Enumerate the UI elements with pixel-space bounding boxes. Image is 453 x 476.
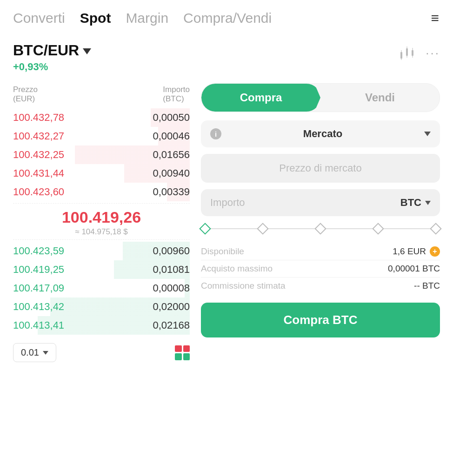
slider-segment-3: [325, 228, 374, 229]
ticker-header: BTC/EUR +0,93% ···: [13, 42, 440, 73]
order-type-info-icon: i: [210, 128, 221, 139]
svg-rect-2: [401, 58, 402, 60]
disponibile-label: Disponibile: [201, 246, 244, 257]
ticker-dropdown-arrow[interactable]: [83, 48, 91, 54]
ob-ask-row: 100.431,44 0,00940: [13, 164, 190, 183]
ob-ask-row: 100.432,27 0,00046: [13, 127, 190, 145]
commissione-row: Commissione stimata -- BTC: [201, 278, 440, 294]
acquisto-row: Acquisto massimo 0,00001 BTC: [201, 260, 440, 278]
ob-bid-amount: 0,00008: [153, 282, 190, 294]
ob-bid-price: 100.423,59: [13, 245, 64, 257]
ob-bid-amount: 0,01081: [153, 264, 190, 276]
order-type-selector[interactable]: i Mercato: [201, 120, 440, 147]
slider-handle-75[interactable]: [372, 223, 384, 234]
ticker-symbol-text: BTC/EUR: [13, 42, 79, 59]
ob-header: Prezzo(EUR) Importo(BTC): [13, 83, 190, 108]
ob-mid-price-section: 100.419,26 ≈ 104.975,18 $: [13, 203, 190, 240]
ticker-left: BTC/EUR +0,93%: [13, 42, 91, 73]
ob-bids: 100.423,59 0,00960 100.419,25 0,01081 10…: [13, 242, 190, 335]
ob-asks: 100.432,78 0,00050 100.432,27 0,00046 10…: [13, 108, 190, 201]
amount-slider[interactable]: [201, 223, 440, 235]
ob-header-price: Prezzo(EUR): [13, 85, 38, 104]
ob-header-amount: Importo(BTC): [163, 85, 190, 104]
acquisto-label: Acquisto massimo: [201, 264, 273, 274]
add-funds-icon[interactable]: +: [430, 246, 440, 257]
more-options-icon[interactable]: ···: [426, 46, 440, 60]
commissione-label: Commissione stimata: [201, 281, 286, 291]
svg-rect-5: [407, 55, 407, 58]
svg-rect-3: [406, 48, 408, 56]
ob-bid-row: 100.413,41 0,02168: [13, 316, 190, 335]
ticker-symbol[interactable]: BTC/EUR: [13, 42, 91, 59]
order-type-label: Mercato: [227, 128, 419, 140]
nav-spot[interactable]: Spot: [80, 10, 111, 26]
nav-margin[interactable]: Margin: [126, 10, 168, 26]
svg-rect-1: [401, 50, 402, 53]
ob-bid-amount: 0,00960: [153, 245, 190, 257]
amount-input-box[interactable]: Importo BTC: [201, 189, 440, 216]
buy-sell-tabs: Compra Vendi: [201, 83, 440, 112]
nav-converti[interactable]: Converti: [13, 10, 65, 26]
ob-bid-row: 100.423,59 0,00960: [13, 242, 190, 260]
ob-ask-row: 100.423,60 0,00339: [13, 183, 190, 201]
ob-bid-price: 100.419,25: [13, 264, 64, 276]
ob-ask-price: 100.432,78: [13, 112, 64, 124]
ob-ask-amount: 0,00046: [153, 130, 190, 142]
slider-segment-4: [382, 228, 432, 229]
svg-rect-6: [412, 50, 413, 56]
buy-tab[interactable]: Compra: [201, 84, 320, 112]
svg-rect-4: [407, 46, 407, 49]
price-input-box[interactable]: Prezzo di mercato: [201, 154, 440, 183]
amount-currency-selector[interactable]: BTC: [400, 197, 431, 209]
nav-menu-icon[interactable]: ≡: [431, 10, 440, 26]
ob-precision-value: 0.01: [21, 347, 39, 358]
ob-ask-amount: 0,00050: [153, 112, 190, 124]
disponibile-row: Disponibile 1,6 EUR +: [201, 243, 440, 260]
ob-precision-dropdown[interactable]: 0.01: [13, 343, 56, 362]
svg-rect-0: [400, 52, 402, 59]
price-input-placeholder: Prezzo di mercato: [279, 162, 361, 174]
ob-bid-row: 100.419,25 0,01081: [13, 260, 190, 279]
ob-bid-amount: 0,02000: [153, 301, 190, 313]
ob-ask-row: 100.432,78 0,00050: [13, 108, 190, 127]
ob-mid-price: 100.419,26: [13, 208, 190, 226]
commissione-value: -- BTC: [414, 281, 440, 291]
ob-ask-row: 100.432,25 0,01656: [13, 145, 190, 164]
trading-panel: Compra Vendi i Mercato Prezzo di mercato…: [201, 83, 440, 337]
ob-mid-usd: ≈ 104.975,18 $: [13, 227, 190, 237]
ob-ask-amount: 0,00339: [153, 186, 190, 198]
ob-bid-price: 100.413,42: [13, 301, 64, 313]
slider-handle-0[interactable]: [199, 223, 211, 234]
trading-area: Prezzo(EUR) Importo(BTC) 100.432,78 0,00…: [13, 83, 440, 362]
trade-info-section: Disponibile 1,6 EUR + Acquisto massimo 0…: [201, 243, 440, 294]
buy-btc-button[interactable]: Compra BTC: [201, 303, 440, 337]
ob-ask-amount: 0,01656: [153, 149, 190, 161]
slider-handle-100[interactable]: [430, 223, 441, 234]
ob-ask-price: 100.432,25: [13, 149, 64, 161]
ob-footer: 0.01: [13, 343, 190, 362]
nav-compra-vendi[interactable]: Compra/Vendi: [183, 10, 272, 26]
order-type-arrow: [424, 132, 431, 136]
ob-bid-price: 100.417,09: [13, 282, 64, 294]
ob-ask-price: 100.431,44: [13, 167, 64, 179]
ob-view-toggle-icon[interactable]: [175, 345, 190, 360]
ob-ask-amount: 0,00940: [153, 167, 190, 179]
top-nav: Converti Spot Margin Compra/Vendi ≡: [0, 0, 453, 33]
slider-handle-50[interactable]: [314, 223, 326, 234]
candlestick-chart-icon[interactable]: [400, 46, 416, 60]
ob-ask-price: 100.432,27: [13, 130, 64, 142]
ob-dropdown-arrow: [43, 351, 48, 355]
sell-tab[interactable]: Vendi: [320, 84, 440, 112]
order-book: Prezzo(EUR) Importo(BTC) 100.432,78 0,00…: [13, 83, 190, 362]
acquisto-value: 0,00001 BTC: [388, 264, 440, 274]
ticker-right: ···: [400, 46, 440, 60]
amount-currency-arrow: [425, 201, 431, 205]
ob-ask-price: 100.423,60: [13, 186, 64, 198]
ob-bid-price: 100.413,41: [13, 319, 64, 331]
ticker-change: +0,93%: [13, 61, 91, 73]
ob-bid-row: 100.417,09 0,00008: [13, 279, 190, 298]
svg-rect-7: [413, 48, 413, 51]
amount-label: Importo: [210, 197, 245, 209]
main-content: BTC/EUR +0,93% ···: [0, 33, 453, 373]
slider-handle-25[interactable]: [257, 223, 268, 234]
